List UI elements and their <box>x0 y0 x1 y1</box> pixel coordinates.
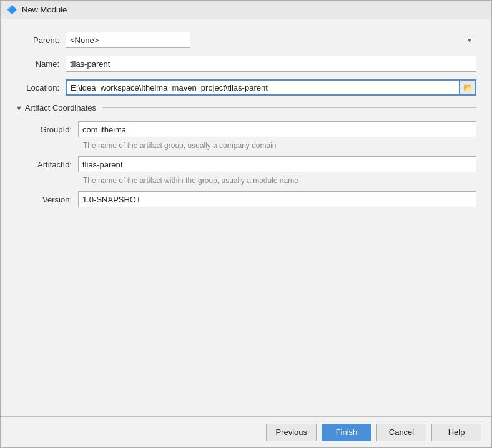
version-field <box>78 191 476 207</box>
version-row: Version: <box>16 191 476 207</box>
browse-button[interactable]: 📂 <box>460 79 476 96</box>
artifactid-input[interactable] <box>78 156 476 172</box>
name-field <box>66 56 476 72</box>
parent-label: Parent: <box>16 36 66 45</box>
version-label: Version: <box>16 195 78 204</box>
parent-field: <None> ▼ <box>66 32 476 48</box>
folder-icon: 📂 <box>463 83 473 92</box>
location-row: Location: 📂 <box>16 79 476 96</box>
new-module-dialog: 🔷 New Module Parent: <None> ▼ Name: <box>0 0 492 448</box>
name-row: Name: <box>16 56 476 72</box>
groupid-row: GroupId: <box>16 121 476 137</box>
dialog-title: New Module <box>22 5 67 14</box>
previous-button[interactable]: Previous <box>266 424 317 441</box>
location-label: Location: <box>16 83 66 92</box>
section-divider <box>102 107 476 108</box>
artifactid-row: ArtifactId: <box>16 156 476 172</box>
artifactid-label: ArtifactId: <box>16 160 78 169</box>
parent-select-wrapper: <None> ▼ <box>66 32 476 48</box>
dialog-content: Parent: <None> ▼ Name: Location: <box>1 19 491 416</box>
groupid-input[interactable] <box>78 121 476 137</box>
artifact-section-title: Artifact Coordinates <box>25 103 96 112</box>
groupid-field <box>78 121 476 137</box>
location-input[interactable] <box>66 79 460 96</box>
name-label: Name: <box>16 59 66 69</box>
chevron-down-icon: ▼ <box>466 37 473 44</box>
artifactid-field <box>78 156 476 172</box>
artifact-section: ▼ Artifact Coordinates GroupId: The name… <box>16 103 476 207</box>
name-input[interactable] <box>66 56 476 72</box>
bottom-bar: Previous Finish Cancel Help <box>1 416 491 447</box>
location-field: 📂 <box>66 79 476 96</box>
parent-row: Parent: <None> ▼ <box>16 32 476 48</box>
groupid-label: GroupId: <box>16 125 78 134</box>
artifactid-hint: The name of the artifact within the grou… <box>83 176 476 185</box>
dialog-icon: 🔷 <box>7 5 17 15</box>
cancel-button[interactable]: Cancel <box>376 424 426 441</box>
artifact-section-header[interactable]: ▼ Artifact Coordinates <box>16 103 476 112</box>
title-bar: 🔷 New Module <box>1 1 491 19</box>
collapse-arrow-icon: ▼ <box>16 104 22 112</box>
parent-select[interactable]: <None> <box>66 32 190 48</box>
help-button[interactable]: Help <box>431 424 481 441</box>
finish-button[interactable]: Finish <box>322 424 371 441</box>
version-input[interactable] <box>78 191 476 207</box>
groupid-hint: The name of the artifact group, usually … <box>83 141 476 150</box>
